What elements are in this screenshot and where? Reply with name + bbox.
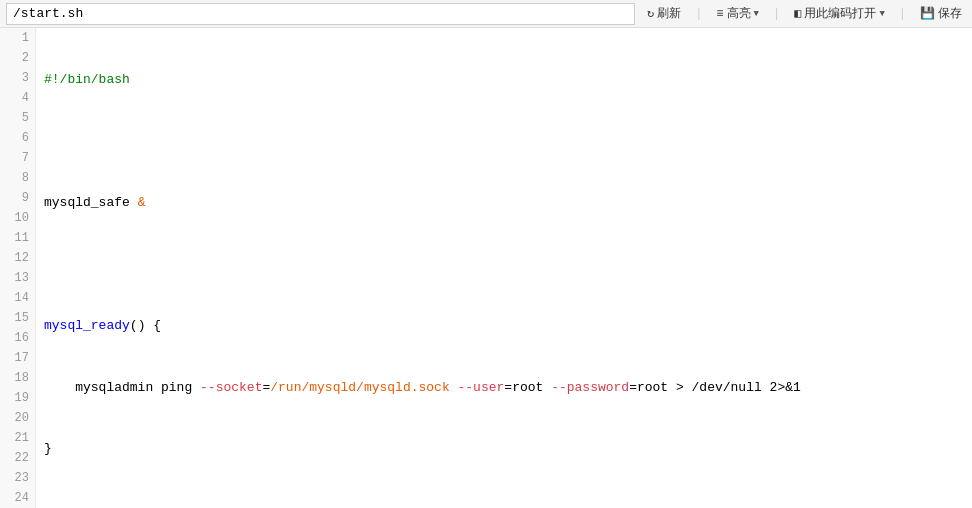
- code-line-4: [44, 254, 964, 274]
- code-line-8: [44, 501, 964, 508]
- ln-7: 7: [6, 148, 29, 168]
- ln-14: 14: [6, 288, 29, 308]
- open-icon: ◧: [794, 6, 801, 21]
- code-content[interactable]: #!/bin/bash mysqld_safe & mysql_ready() …: [36, 28, 972, 508]
- ln-9: 9: [6, 188, 29, 208]
- sep3: |: [899, 7, 906, 21]
- code-line-5: mysql_ready() {: [44, 316, 964, 336]
- refresh-icon: ↻: [647, 6, 654, 21]
- line-numbers: 1 2 3 4 5 6 7 8 9 10 11 12 13 14 15 16 1…: [0, 28, 36, 508]
- ln-16: 16: [6, 328, 29, 348]
- ln-20: 20: [6, 408, 29, 428]
- ln-5: 5: [6, 108, 29, 128]
- toolbar-right: ↻ 刷新 | ≡ 高亮 ▼ | ◧ 用此编码打开 ▼ | 💾 保存: [643, 3, 966, 24]
- ln-15: 15: [6, 308, 29, 328]
- highlight-icon: ≡: [716, 7, 723, 21]
- ln-6: 6: [6, 128, 29, 148]
- ln-22: 22: [6, 448, 29, 468]
- ln-21: 21: [6, 428, 29, 448]
- ln-19: 19: [6, 388, 29, 408]
- highlight-label: 高亮: [727, 5, 751, 22]
- code-line-6: mysqladmin ping --socket=/run/mysqld/mys…: [44, 378, 964, 398]
- ln-24: 24: [6, 488, 29, 508]
- path-input[interactable]: [6, 3, 635, 25]
- ln-18: 18: [6, 368, 29, 388]
- top-bar: ↻ 刷新 | ≡ 高亮 ▼ | ◧ 用此编码打开 ▼ | 💾 保存: [0, 0, 972, 28]
- code-line-3: mysqld_safe &: [44, 193, 964, 213]
- editor: 1 2 3 4 5 6 7 8 9 10 11 12 13 14 15 16 1…: [0, 28, 972, 508]
- ln-1: 1: [6, 28, 29, 48]
- code-line-2: [44, 131, 964, 151]
- ln-13: 13: [6, 268, 29, 288]
- sep1: |: [695, 7, 702, 21]
- open-label: 用此编码打开: [804, 5, 876, 22]
- refresh-button[interactable]: ↻ 刷新: [643, 3, 685, 24]
- ln-17: 17: [6, 348, 29, 368]
- ln-4: 4: [6, 88, 29, 108]
- open-dropdown-icon: ▼: [879, 9, 884, 19]
- ln-8: 8: [6, 168, 29, 188]
- ln-2: 2: [6, 48, 29, 68]
- save-label: 保存: [938, 5, 962, 22]
- open-button[interactable]: ◧ 用此编码打开 ▼: [790, 3, 889, 24]
- highlight-button[interactable]: ≡ 高亮 ▼: [712, 3, 763, 24]
- save-icon: 💾: [920, 6, 935, 21]
- ln-12: 12: [6, 248, 29, 268]
- code-line-7: }: [44, 439, 964, 459]
- highlight-dropdown-icon: ▼: [754, 9, 759, 19]
- code-line-1: #!/bin/bash: [44, 70, 964, 90]
- ln-23: 23: [6, 468, 29, 488]
- ln-11: 11: [6, 228, 29, 248]
- ln-3: 3: [6, 68, 29, 88]
- sep2: |: [773, 7, 780, 21]
- save-button[interactable]: 💾 保存: [916, 3, 966, 24]
- ln-10: 10: [6, 208, 29, 228]
- refresh-label: 刷新: [657, 5, 681, 22]
